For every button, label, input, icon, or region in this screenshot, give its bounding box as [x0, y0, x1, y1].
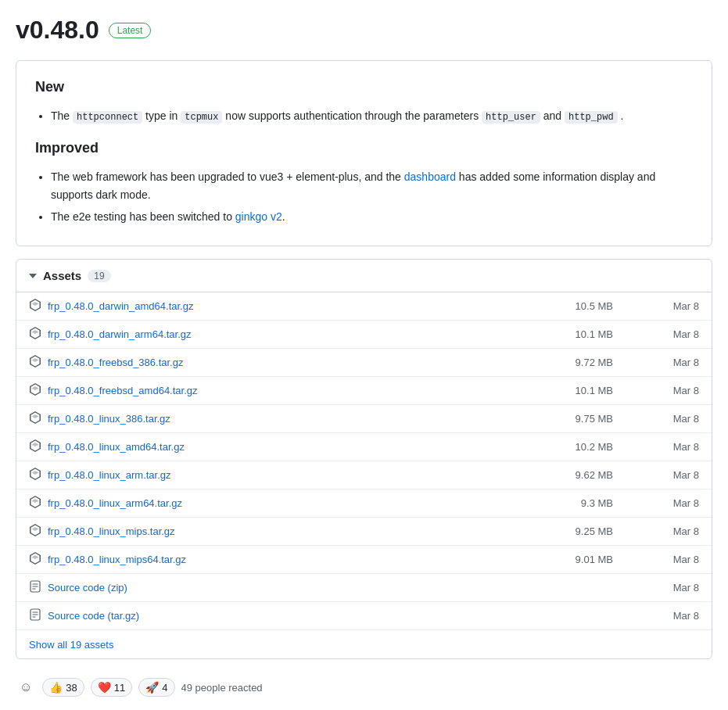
assets-section: Assets 19 frp_0.48.0_darwin_amd64.tar.gz… [16, 259, 712, 659]
archive-icon [29, 468, 41, 482]
thumbsup-count: 38 [66, 682, 77, 694]
asset-size: 9.72 MB [550, 357, 613, 368]
thumbsup-emoji: 👍 [49, 681, 63, 694]
archive-icon [29, 496, 41, 511]
new-item-text-and: and [540, 109, 565, 122]
source-code-icon [29, 580, 41, 595]
asset-size: 9.75 MB [550, 413, 613, 425]
inline-code-http-user: http_user [482, 111, 540, 124]
asset-name-link[interactable]: frp_0.48.0_linux_arm.tar.gz [48, 469, 550, 481]
release-notes: New The httpconnect type in tcpmux now s… [16, 60, 712, 246]
asset-row: Source code (tar.gz)Mar 8 [16, 602, 712, 629]
version-header: v0.48.0 Latest [16, 16, 712, 45]
archive-icon [29, 552, 41, 567]
asset-rows-container: frp_0.48.0_darwin_amd64.tar.gz10.5 MBMar… [16, 292, 712, 629]
asset-date: Mar 8 [660, 357, 699, 368]
new-items-list: The httpconnect type in tcpmux now suppo… [35, 107, 693, 125]
asset-date: Mar 8 [660, 328, 699, 340]
ginkgo-link[interactable]: ginkgo v2 [235, 210, 282, 223]
asset-name-link[interactable]: frp_0.48.0_darwin_arm64.tar.gz [48, 328, 550, 340]
asset-date: Mar 8 [660, 469, 699, 481]
asset-size: 9.25 MB [550, 525, 613, 537]
asset-row: frp_0.48.0_linux_mips64.tar.gz9.01 MBMar… [16, 546, 712, 574]
dashboard-link[interactable]: dashboard [404, 170, 456, 183]
asset-size: 10.5 MB [550, 300, 613, 312]
rocket-count: 4 [162, 682, 167, 694]
asset-name-link[interactable]: frp_0.48.0_linux_mips64.tar.gz [48, 554, 550, 565]
show-all-row: Show all 19 assets [16, 629, 712, 658]
assets-heading: Assets [43, 269, 81, 282]
asset-name-link[interactable]: frp_0.48.0_linux_386.tar.gz [48, 413, 550, 425]
new-item-text-period: . [618, 109, 624, 122]
assets-count: 19 [88, 270, 110, 282]
improved-item-2: The e2e testing has been switched to gin… [51, 208, 693, 225]
reactions-section: ☺ 👍 38 ❤️ 11 🚀 4 49 people reacted [16, 672, 712, 703]
release-container: v0.48.0 Latest New The httpconnect type … [16, 16, 712, 710]
archive-icon [29, 383, 41, 398]
asset-date: Mar 8 [660, 582, 699, 593]
asset-row: frp_0.48.0_linux_arm.tar.gz9.62 MBMar 8 [16, 461, 712, 489]
archive-icon [29, 355, 41, 370]
rocket-emoji: 🚀 [145, 681, 159, 694]
asset-name-link[interactable]: frp_0.48.0_freebsd_386.tar.gz [48, 357, 550, 368]
asset-date: Mar 8 [660, 554, 699, 565]
improved-item-2-text: The e2e testing has been switched to gin… [51, 210, 285, 223]
asset-size: 9.62 MB [550, 469, 613, 481]
asset-size: 10.1 MB [550, 328, 613, 340]
improved-heading: Improved [35, 138, 693, 159]
archive-icon [29, 327, 41, 342]
heart-count: 11 [114, 682, 125, 694]
asset-name-link[interactable]: Source code (zip) [48, 582, 550, 593]
inline-code-tcpmux: tcpmux [181, 111, 222, 124]
inline-code-httpconnect: httpconnect [73, 111, 142, 124]
asset-date: Mar 8 [660, 497, 699, 509]
reactions-total-text: 49 people reacted [181, 682, 263, 694]
asset-row: frp_0.48.0_linux_mips.tar.gz9.25 MBMar 8 [16, 518, 712, 546]
asset-row: frp_0.48.0_linux_amd64.tar.gz10.2 MBMar … [16, 433, 712, 461]
asset-date: Mar 8 [660, 413, 699, 425]
asset-date: Mar 8 [660, 525, 699, 537]
smiley-button[interactable]: ☺ [16, 678, 36, 697]
asset-size: 9.3 MB [550, 497, 613, 509]
asset-name-link[interactable]: Source code (tar.gz) [48, 610, 550, 622]
improved-item-1: The web framework has been upgraded to v… [51, 168, 693, 203]
asset-date: Mar 8 [660, 385, 699, 396]
archive-icon [29, 524, 41, 539]
latest-badge: Latest [109, 23, 152, 38]
asset-name-link[interactable]: frp_0.48.0_linux_arm64.tar.gz [48, 497, 550, 509]
heart-emoji: ❤️ [98, 681, 111, 694]
asset-name-link[interactable]: frp_0.48.0_freebsd_amd64.tar.gz [48, 385, 550, 396]
asset-date: Mar 8 [660, 300, 699, 312]
show-all-link[interactable]: Show all 19 assets [29, 639, 113, 651]
asset-name-link[interactable]: frp_0.48.0_linux_amd64.tar.gz [48, 441, 550, 453]
new-item-1: The httpconnect type in tcpmux now suppo… [51, 107, 693, 125]
new-item-text-now-supports: now supports authentication through the … [222, 109, 482, 122]
archive-icon [29, 411, 41, 426]
archive-icon [29, 299, 41, 314]
asset-row: frp_0.48.0_freebsd_amd64.tar.gz10.1 MBMa… [16, 377, 712, 405]
asset-row: frp_0.48.0_darwin_arm64.tar.gz10.1 MBMar… [16, 321, 712, 349]
asset-row: frp_0.48.0_linux_arm64.tar.gz9.3 MBMar 8 [16, 489, 712, 518]
asset-name-link[interactable]: frp_0.48.0_darwin_amd64.tar.gz [48, 300, 550, 312]
assets-header[interactable]: Assets 19 [16, 260, 712, 292]
version-title: v0.48.0 [16, 16, 99, 45]
asset-name-link[interactable]: frp_0.48.0_linux_mips.tar.gz [48, 525, 550, 537]
asset-row: frp_0.48.0_darwin_amd64.tar.gz10.5 MBMar… [16, 292, 712, 321]
inline-code-http-pwd: http_pwd [565, 111, 618, 124]
asset-date: Mar 8 [660, 441, 699, 453]
new-item-text-type-in: type in [142, 109, 181, 122]
new-heading: New [35, 77, 693, 98]
asset-size: 9.01 MB [550, 554, 613, 565]
asset-row: frp_0.48.0_linux_386.tar.gz9.75 MBMar 8 [16, 405, 712, 433]
heart-button[interactable]: ❤️ 11 [91, 678, 132, 697]
asset-row: frp_0.48.0_freebsd_386.tar.gz9.72 MBMar … [16, 349, 712, 377]
asset-size: 10.1 MB [550, 385, 613, 396]
new-item-text-the: The [51, 109, 73, 122]
triangle-icon [29, 274, 37, 278]
improved-items-list: The web framework has been upgraded to v… [35, 168, 693, 225]
archive-icon [29, 439, 41, 454]
improved-item-1-text: The web framework has been upgraded to v… [51, 170, 655, 200]
rocket-button[interactable]: 🚀 4 [138, 678, 174, 697]
source-code-icon [29, 608, 41, 623]
thumbsup-button[interactable]: 👍 38 [42, 678, 84, 697]
